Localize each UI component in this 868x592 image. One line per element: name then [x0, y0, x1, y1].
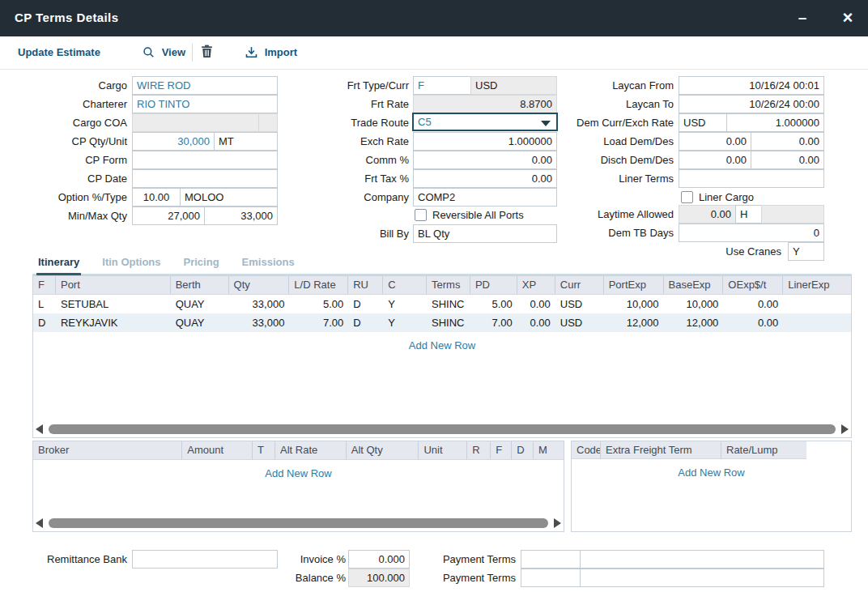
cell[interactable]: D: [33, 313, 56, 332]
cell[interactable]: Y: [383, 313, 427, 332]
cell[interactable]: 10,000: [604, 295, 664, 313]
cell[interactable]: SETUBAL: [56, 295, 171, 313]
max-qty-field[interactable]: 33,000: [204, 207, 278, 225]
dem-tb-days-field[interactable]: 0: [679, 224, 824, 242]
disch-dem-field[interactable]: 0.00: [679, 151, 751, 169]
delete-button[interactable]: [201, 36, 217, 69]
disch-des-field[interactable]: 0.00: [751, 151, 824, 169]
update-estimate-button[interactable]: Update Estimate: [18, 36, 100, 69]
laytime-allowed-label: Laytime Allowed: [534, 205, 674, 224]
payment-terms-1-code-field[interactable]: [521, 550, 581, 569]
balance-pct-field: 100.000: [348, 569, 410, 587]
payment-terms-2-field[interactable]: [580, 569, 824, 587]
broker-add-new-row-link[interactable]: Add New Row: [33, 460, 564, 479]
tab-itinerary[interactable]: Itinerary: [36, 254, 81, 275]
scroll-right-icon[interactable]: [841, 424, 849, 434]
col-pd: PD: [470, 276, 517, 294]
cell[interactable]: 5.00: [470, 295, 517, 313]
load-dem-field[interactable]: 0.00: [679, 132, 751, 151]
col-d: D: [512, 441, 534, 459]
broker-horizontal-scrollbar[interactable]: [36, 517, 561, 529]
laycan-to-field[interactable]: 10/26/24 00:00: [679, 95, 824, 113]
cell[interactable]: [783, 295, 851, 313]
col-linerexp: LinerExp: [783, 276, 851, 294]
header-filler: [806, 441, 851, 459]
cell[interactable]: 7.00: [289, 313, 348, 332]
minimize-button[interactable]: –: [792, 7, 813, 28]
cell[interactable]: 0.00: [517, 313, 555, 332]
tab-pricing[interactable]: Pricing: [182, 254, 221, 275]
load-des-field[interactable]: 0.00: [751, 132, 824, 151]
cell[interactable]: [783, 313, 851, 332]
cell[interactable]: 0.00: [517, 295, 555, 313]
cargo-field[interactable]: WIRE ROD: [132, 76, 278, 95]
cell[interactable]: SHINC: [427, 295, 470, 313]
scrollbar-thumb[interactable]: [49, 424, 836, 434]
cp-unit-field[interactable]: MT: [214, 132, 278, 151]
cell[interactable]: QUAY: [171, 295, 229, 313]
cell[interactable]: 33,000: [229, 313, 290, 332]
col-alt-rate: Alt Rate: [275, 441, 347, 459]
cell[interactable]: D: [348, 313, 383, 332]
cell[interactable]: 12,000: [604, 313, 664, 332]
cell[interactable]: 0.00: [723, 313, 783, 332]
liner-terms-field[interactable]: [679, 169, 824, 188]
cell[interactable]: 7.00: [470, 313, 517, 332]
laycan-to-label: Laycan To: [534, 95, 674, 113]
cell[interactable]: Y: [383, 295, 427, 313]
scroll-left-icon[interactable]: [36, 518, 43, 528]
payment-terms-1-field[interactable]: [580, 550, 824, 569]
col-f: F: [33, 276, 56, 294]
cell[interactable]: D: [348, 295, 383, 313]
cell[interactable]: SHINC: [427, 313, 470, 332]
cell[interactable]: 5.00: [289, 295, 348, 313]
min-qty-field[interactable]: 27,000: [132, 207, 205, 225]
itinerary-horizontal-scrollbar[interactable]: [36, 424, 849, 435]
cell[interactable]: 0.00: [723, 295, 783, 313]
col-portexp: PortExp: [604, 276, 664, 294]
option-type-field[interactable]: MOLOO: [180, 188, 278, 207]
col-t: T: [253, 441, 275, 459]
cp-date-field[interactable]: [132, 169, 278, 188]
cell[interactable]: USD: [555, 313, 604, 332]
import-button[interactable]: Import: [245, 36, 297, 69]
view-button[interactable]: View: [143, 36, 185, 69]
invoice-pct-field[interactable]: 0.000: [348, 550, 410, 569]
cell[interactable]: QUAY: [171, 313, 229, 332]
laytime-unit-field[interactable]: H: [735, 205, 762, 224]
company-field[interactable]: COMP2: [413, 188, 557, 207]
title-bar: CP Terms Details – ×: [0, 0, 868, 36]
cell[interactable]: 12,000: [664, 313, 724, 332]
frt-rate-label: Frt Rate: [296, 95, 409, 113]
extra-freight-add-new-row-link[interactable]: Add New Row: [572, 459, 851, 479]
scroll-right-icon[interactable]: [554, 518, 561, 528]
charterer-field[interactable]: RIO TINTO: [132, 95, 278, 113]
tab-itin-options[interactable]: Itin Options: [100, 254, 162, 275]
cell[interactable]: USD: [555, 295, 604, 313]
cp-form-field[interactable]: [132, 151, 278, 169]
cell[interactable]: 33,000: [229, 295, 290, 313]
option-pct-field[interactable]: 10.00: [132, 188, 181, 207]
scrollbar-thumb[interactable]: [49, 518, 548, 528]
itinerary-add-new-row-link[interactable]: Add New Row: [33, 332, 851, 351]
cp-date-label: CP Date: [14, 169, 127, 188]
cell[interactable]: 10,000: [664, 295, 724, 313]
cell[interactable]: REYKJAVIK: [56, 313, 171, 332]
laycan-from-field[interactable]: 10/16/24 00:01: [679, 76, 824, 95]
scroll-left-icon[interactable]: [36, 424, 43, 434]
close-button[interactable]: ×: [837, 7, 858, 28]
dem-curr-field[interactable]: USD: [679, 113, 727, 132]
cell[interactable]: L: [33, 295, 56, 313]
itinerary-row-1[interactable]: L SETUBAL QUAY 33,000 5.00 D Y SHINC 5.0…: [33, 295, 851, 313]
cp-qty-field[interactable]: 30,000: [132, 132, 215, 151]
tab-emissions[interactable]: Emissions: [240, 254, 296, 275]
dem-exch-rate-field[interactable]: 1.000000: [726, 113, 824, 132]
frt-type-field[interactable]: F: [413, 76, 471, 95]
remittance-bank-label: Remittance Bank: [14, 550, 127, 569]
liner-cargo-checkbox[interactable]: [681, 191, 693, 203]
reversible-all-ports-label: Reversible All Ports: [432, 209, 524, 222]
itinerary-row-2[interactable]: D REYKJAVIK QUAY 33,000 7.00 D Y SHINC 7…: [33, 313, 851, 332]
payment-terms-2-code-field[interactable]: [521, 569, 581, 587]
reversible-all-ports-checkbox[interactable]: [415, 209, 427, 221]
col-ru: RU: [348, 276, 383, 294]
